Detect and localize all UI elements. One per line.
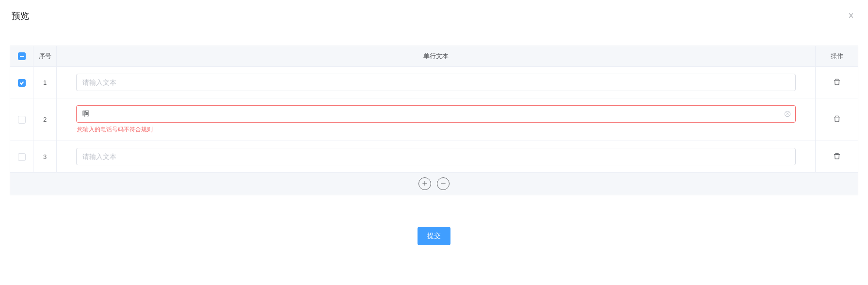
submit-wrapper: 提交 [10, 227, 858, 245]
row-checkbox[interactable] [18, 79, 26, 87]
close-button[interactable] [846, 10, 856, 22]
delete-button[interactable] [833, 152, 841, 161]
table-header-row: 序号 单行文本 操作 [10, 46, 858, 67]
column-header-text: 单行文本 [57, 46, 816, 67]
text-input[interactable] [76, 148, 796, 165]
data-table: 序号 单行文本 操作 1 [10, 46, 858, 173]
table-row: 1 [10, 67, 858, 98]
row-index: 1 [33, 67, 57, 98]
delete-button[interactable] [833, 78, 841, 87]
delete-button[interactable] [833, 115, 841, 124]
header: 预览 [10, 10, 858, 22]
column-header-index: 序号 [33, 46, 57, 67]
trash-icon [833, 115, 841, 124]
trash-icon [833, 78, 841, 87]
select-all-checkbox[interactable] [18, 52, 26, 60]
text-input[interactable] [76, 74, 796, 91]
row-checkbox[interactable] [18, 116, 26, 124]
remove-row-button[interactable] [437, 177, 450, 190]
clear-icon [784, 111, 791, 119]
row-checkbox[interactable] [18, 153, 26, 161]
table-row: 3 [10, 141, 858, 173]
validation-error: 您输入的电话号码不符合规则 [76, 126, 796, 134]
text-input[interactable] [76, 105, 796, 123]
close-icon [848, 11, 854, 21]
column-header-action: 操作 [816, 46, 858, 67]
plus-icon [421, 179, 428, 188]
divider [10, 215, 858, 215]
add-row-button[interactable] [418, 177, 431, 190]
minus-icon [440, 179, 447, 188]
page-title: 预览 [12, 10, 29, 22]
table-footer [10, 173, 858, 195]
trash-icon [833, 152, 841, 161]
table-row: 2 您输入的电话号码不符合规则 [10, 98, 858, 141]
row-index: 2 [33, 98, 57, 141]
submit-button[interactable]: 提交 [418, 227, 450, 245]
clear-input-button[interactable] [784, 111, 791, 117]
row-index: 3 [33, 141, 57, 173]
